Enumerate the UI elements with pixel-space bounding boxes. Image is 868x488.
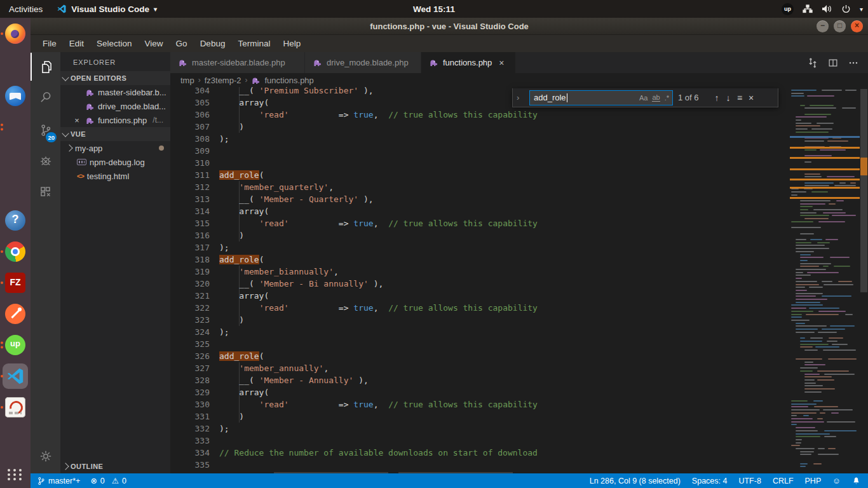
filezilla-icon [5, 273, 25, 293]
minimap-line [824, 436, 836, 437]
dock-item-scribus[interactable] [0, 391, 31, 423]
find-next-button[interactable]: ↓ [722, 93, 734, 103]
chevron-down-icon[interactable]: ▾ [860, 6, 863, 13]
menu-terminal[interactable]: Terminal [232, 37, 276, 50]
dock-item-postman[interactable] [0, 298, 31, 329]
breadcrumb[interactable]: tmp›fz3temp-2›functions.php [170, 73, 790, 87]
open-editor-item[interactable]: drive_mode.blad... [60, 99, 170, 113]
breadcrumb-item[interactable]: functions.php [264, 76, 313, 85]
code-line: 318add_role( [170, 254, 790, 266]
cursor-position[interactable]: Ln 286, Col 9 (8 selected) [590, 477, 681, 485]
breadcrumb-item[interactable]: fz3temp-2 [205, 76, 241, 85]
manage-gear-button[interactable] [31, 442, 60, 470]
open-editor-item[interactable]: ×functions.php/t... [60, 113, 170, 127]
project-section[interactable]: VUE [60, 127, 170, 141]
code-line: 310 [170, 157, 790, 169]
close-button[interactable]: × [851, 20, 863, 32]
scrollbar-slider[interactable] [860, 89, 867, 292]
code-token: ), [358, 194, 373, 204]
eol[interactable]: CRLF [773, 477, 794, 485]
language-mode[interactable]: PHP [805, 477, 822, 485]
open-editors-section[interactable]: OPEN EDITORS [60, 71, 170, 85]
feedback-smiley[interactable]: ☺ [832, 477, 841, 485]
volume-icon[interactable] [822, 4, 832, 13]
outline-section[interactable]: OUTLINE [60, 459, 170, 473]
file-tree-item[interactable]: <>testing.html [60, 169, 170, 183]
maximize-button[interactable]: □ [834, 20, 846, 32]
git-branch-indicator[interactable]: master*+ [37, 477, 80, 485]
menu-selection[interactable]: Selection [91, 37, 138, 50]
file-tree-item[interactable]: my-app [60, 141, 170, 155]
minimap-line [796, 123, 811, 124]
regex-toggle[interactable]: .* [665, 94, 669, 102]
notifications-bell[interactable] [852, 477, 860, 485]
editor-scrollbar[interactable] [860, 73, 868, 473]
activity-debug[interactable] [31, 147, 60, 175]
dock-item-file-cabinet[interactable] [0, 111, 31, 142]
find-input[interactable]: add_role Aa ab .* [529, 90, 673, 105]
dock-item-libreoffice-writer[interactable] [0, 173, 31, 205]
activities-button[interactable]: Activities [9, 4, 43, 14]
tab-functions-php[interactable]: functions.php× [421, 52, 516, 73]
dock-item-media-player[interactable] [0, 142, 31, 173]
open-editor-item[interactable]: master-sidebar.b... [60, 85, 170, 99]
upwork-tray-icon[interactable]: up [782, 3, 794, 15]
minimap[interactable] [790, 87, 860, 473]
dock-item-chrome[interactable] [0, 236, 31, 267]
dock-item-vscode[interactable] [0, 360, 31, 391]
indentation[interactable]: Spaces: 4 [692, 477, 728, 485]
file-cabinet-icon [5, 117, 25, 137]
line-number: 327 [170, 362, 210, 374]
activity-search[interactable] [31, 83, 60, 111]
minimize-button[interactable]: − [817, 20, 829, 32]
code-token: , [323, 363, 329, 373]
dock-item-ubuntu-software[interactable] [0, 49, 31, 80]
menu-go[interactable]: Go [170, 37, 193, 50]
clock[interactable]: Wed 15:11 [413, 4, 455, 14]
activity-source-control[interactable]: 20 [31, 116, 60, 144]
dock-item-firefox[interactable] [0, 18, 31, 49]
app-menu-button[interactable]: Visual Studio Code ▾ [57, 4, 157, 14]
problems-indicator[interactable]: ⊗0⚠0 [90, 476, 126, 485]
dock-item-filezilla[interactable] [0, 267, 31, 298]
code-editor[interactable]: 304 __( 'Premium Subscriber' ),305 array… [170, 73, 868, 473]
close-editor-icon[interactable]: × [72, 116, 82, 125]
code-token: // Reduce the number of available downlo… [219, 448, 538, 458]
toggle-replace-button[interactable]: › [517, 93, 524, 102]
vscode-logo-icon [57, 4, 67, 14]
minimap-line [828, 358, 857, 360]
file-tree-item[interactable]: npm-debug.log [60, 155, 170, 169]
menu-edit[interactable]: Edit [64, 37, 90, 50]
menu-view[interactable]: View [139, 37, 169, 50]
menu-debug[interactable]: Debug [194, 37, 231, 50]
close-tab-icon[interactable]: × [499, 58, 504, 68]
minimap-line [791, 316, 802, 318]
match-case-toggle[interactable]: Aa [639, 94, 648, 102]
find-in-selection-button[interactable]: ≡ [734, 93, 745, 103]
find-previous-button[interactable]: ↑ [711, 93, 722, 103]
window-title-bar[interactable]: functions.php - vue - Visual Studio Code… [31, 18, 868, 35]
dock-item-thunderbird[interactable] [0, 80, 31, 111]
line-number: 315 [170, 217, 210, 229]
encoding[interactable]: UTF-8 [738, 477, 761, 485]
network-icon[interactable] [803, 4, 813, 13]
close-find-button[interactable]: × [745, 93, 757, 103]
dock-item-upwork[interactable] [0, 329, 31, 360]
more-actions-icon[interactable] [848, 57, 859, 69]
split-editor-icon[interactable] [827, 57, 839, 69]
menu-help[interactable]: Help [277, 37, 306, 50]
show-applications-button[interactable] [0, 465, 31, 484]
breadcrumb-separator: › [198, 76, 201, 85]
minimap-line [796, 323, 805, 324]
whole-word-toggle[interactable]: ab [652, 93, 660, 102]
compare-changes-icon[interactable] [807, 57, 818, 69]
dock [0, 18, 31, 488]
tab-master-sidebar-blade-php[interactable]: master-sidebar.blade.php [170, 52, 305, 73]
breadcrumb-item[interactable]: tmp [180, 76, 194, 85]
activity-extensions[interactable] [31, 178, 60, 206]
dock-item-help[interactable] [0, 205, 31, 236]
activity-explorer[interactable] [31, 53, 60, 81]
menu-file[interactable]: File [37, 37, 62, 50]
power-icon[interactable] [841, 4, 851, 14]
tab-drive-mode-blade-php[interactable]: drive_mode.blade.php [305, 52, 421, 73]
